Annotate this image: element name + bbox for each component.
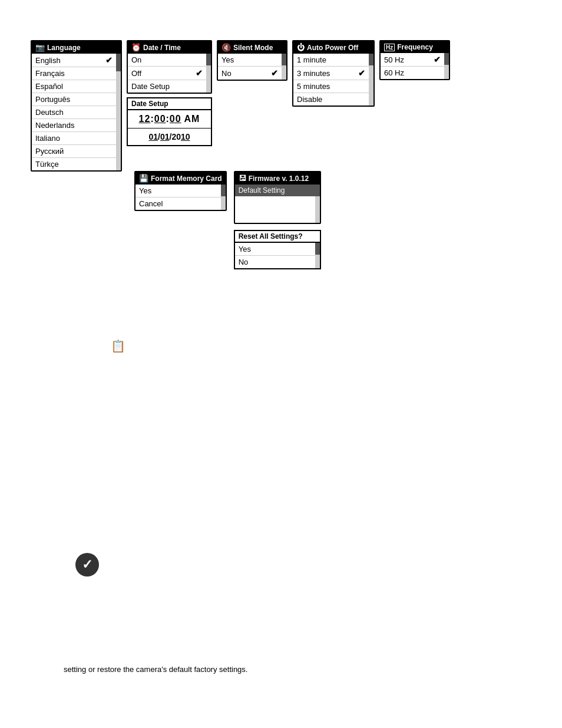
list-item[interactable]: Español bbox=[32, 80, 116, 93]
reset-scroll-area: Yes No bbox=[235, 243, 315, 268]
apo-5min: 5 minutes bbox=[297, 82, 330, 91]
firmware-header-label: Firmware v. 1.0.12 bbox=[249, 174, 309, 183]
silent-scroll-area: Yes No ✔ bbox=[218, 54, 282, 80]
reset-panel-header: Reset All Settings? bbox=[235, 231, 320, 243]
list-item[interactable]: Русский bbox=[32, 145, 116, 158]
list-item[interactable]: 60 Hz bbox=[381, 67, 444, 79]
language-espanol: Español bbox=[35, 82, 63, 91]
check-no: ✔ bbox=[271, 68, 278, 78]
silent-panel: 🔇 Silent Mode Yes No ✔ bbox=[217, 40, 287, 81]
scrollbar[interactable] bbox=[315, 243, 320, 268]
datetime-section: ⏰ Date / Time On Off ✔ Date Setup bbox=[127, 40, 212, 146]
firmware-icon: 🖫 bbox=[239, 174, 246, 183]
list-item[interactable]: No ✔ bbox=[218, 67, 282, 80]
list-item[interactable]: On bbox=[128, 54, 206, 67]
date-setup-date[interactable]: 01/01/2010 bbox=[128, 129, 211, 145]
list-item[interactable]: 5 minutes bbox=[293, 80, 369, 93]
date-setup-time[interactable]: 12:00:00 AM bbox=[128, 110, 211, 129]
list-item[interactable]: Nederlands bbox=[32, 119, 116, 132]
scrollbar[interactable] bbox=[116, 54, 121, 170]
list-item[interactable]: No bbox=[235, 256, 315, 268]
frequency-panel-header: Hz Frequency bbox=[381, 41, 449, 53]
list-item[interactable]: Deutsch bbox=[32, 106, 116, 119]
scrollbar[interactable] bbox=[444, 53, 449, 79]
frequency-header-label: Frequency bbox=[397, 43, 433, 51]
firmware-section: 🖫 Firmware v. 1.0.12 Default Setting bbox=[234, 171, 321, 269]
silent-panel-header: 🔇 Silent Mode bbox=[218, 41, 286, 54]
format-panel-header: 💾 Format Memory Card bbox=[135, 172, 226, 185]
reset-header-label: Reset All Settings? bbox=[239, 232, 303, 241]
frequency-list: 50 Hz ✔ 60 Hz bbox=[381, 53, 449, 79]
scrollbar[interactable] bbox=[206, 54, 211, 93]
language-deutsch: Deutsch bbox=[35, 108, 64, 117]
language-russian: Русский bbox=[35, 147, 64, 156]
list-item[interactable]: Off ✔ bbox=[128, 67, 206, 80]
scrollbar[interactable] bbox=[221, 185, 226, 210]
silent-no: No bbox=[222, 69, 232, 78]
scrollbar[interactable] bbox=[315, 185, 320, 223]
list-item[interactable]: Yes bbox=[218, 54, 282, 67]
hz-icon: Hz bbox=[384, 44, 395, 51]
frequency-panel: Hz Frequency 50 Hz ✔ 60 Hz bbox=[379, 40, 450, 80]
list-item[interactable]: 50 Hz ✔ bbox=[381, 53, 444, 67]
list-item[interactable]: Italiano bbox=[32, 132, 116, 145]
second-row: 💾 Format Memory Card Yes Cancel 🖫 Firmwa… bbox=[134, 171, 321, 269]
firmware-default: Default Setting bbox=[239, 186, 285, 195]
language-panel-header: 📷 Language bbox=[32, 41, 121, 54]
language-portugues: Português bbox=[35, 95, 70, 104]
scrollbar-thumb bbox=[369, 54, 373, 65]
list-item[interactable]: Français bbox=[32, 67, 116, 80]
firmware-panel: 🖫 Firmware v. 1.0.12 Default Setting bbox=[234, 171, 321, 224]
list-item[interactable]: 3 minutes ✔ bbox=[293, 67, 369, 80]
language-turkce: Türkçe bbox=[35, 160, 59, 169]
language-francais: Français bbox=[35, 69, 65, 78]
scrollbar[interactable] bbox=[369, 54, 373, 106]
scrollbar-thumb bbox=[221, 185, 226, 196]
list-item[interactable]: English ✔ bbox=[32, 54, 116, 67]
card-icon: 💾 bbox=[139, 174, 148, 183]
check-english: ✔ bbox=[105, 55, 113, 65]
checkmark-badge: ✓ bbox=[75, 553, 99, 577]
check-3min: ✔ bbox=[358, 68, 365, 78]
bottom-text: setting or restore the camera's default … bbox=[64, 665, 247, 674]
datetime-on: On bbox=[131, 55, 141, 64]
list-item[interactable]: Yes bbox=[135, 185, 221, 197]
datetime-datesetup: Date Setup bbox=[131, 82, 170, 91]
bottom-description: setting or restore the camera's default … bbox=[64, 665, 247, 674]
language-panel: 📷 Language English ✔ Français Español Po… bbox=[31, 40, 122, 172]
list-item[interactable]: Yes bbox=[235, 243, 315, 256]
datetime-panel-header: ⏰ Date / Time bbox=[128, 41, 211, 54]
apo-3min: 3 minutes bbox=[297, 69, 330, 78]
list-item[interactable]: 1 minute bbox=[293, 54, 369, 67]
apo-1min: 1 minute bbox=[297, 55, 326, 64]
scrollbar-thumb bbox=[206, 54, 211, 65]
list-item[interactable]: Português bbox=[32, 93, 116, 106]
language-header-label: Language bbox=[47, 44, 81, 52]
silent-yes: Yes bbox=[222, 55, 234, 64]
language-scroll-area: English ✔ Français Español Português Deu… bbox=[32, 54, 116, 170]
format-scroll-area: Yes Cancel bbox=[135, 185, 221, 210]
format-panel: 💾 Format Memory Card Yes Cancel bbox=[134, 171, 227, 211]
language-italiano: Italiano bbox=[35, 134, 60, 143]
scrollbar-thumb bbox=[116, 54, 121, 71]
scrollbar[interactable] bbox=[282, 54, 286, 80]
list-item[interactable]: Default Setting bbox=[235, 185, 315, 196]
datetime-header-label: Date / Time bbox=[143, 44, 181, 52]
firmware-panel-header: 🖫 Firmware v. 1.0.12 bbox=[235, 172, 320, 185]
format-yes: Yes bbox=[139, 186, 151, 195]
list-item[interactable]: Disable bbox=[293, 93, 369, 106]
datetime-list: On Off ✔ Date Setup bbox=[128, 54, 211, 93]
list-item[interactable]: Cancel bbox=[135, 197, 221, 210]
list-item[interactable]: Türkçe bbox=[32, 158, 116, 170]
datetime-scroll-area: On Off ✔ Date Setup bbox=[128, 54, 206, 93]
apo-panel: ⏻ Auto Power Off 1 minute 3 minutes ✔ 5 … bbox=[292, 40, 375, 107]
camera-icon: 📷 bbox=[35, 43, 45, 52]
apo-disable: Disable bbox=[297, 95, 322, 104]
list-item[interactable]: Date Setup bbox=[128, 80, 206, 93]
date-setup-label: Date Setup bbox=[131, 100, 168, 108]
apo-list: 1 minute 3 minutes ✔ 5 minutes Disable bbox=[293, 54, 373, 106]
reset-yes: Yes bbox=[239, 245, 251, 253]
clock-icon: ⏰ bbox=[131, 43, 141, 52]
firmware-list: Default Setting bbox=[235, 185, 320, 223]
scrollbar-thumb bbox=[315, 185, 320, 196]
